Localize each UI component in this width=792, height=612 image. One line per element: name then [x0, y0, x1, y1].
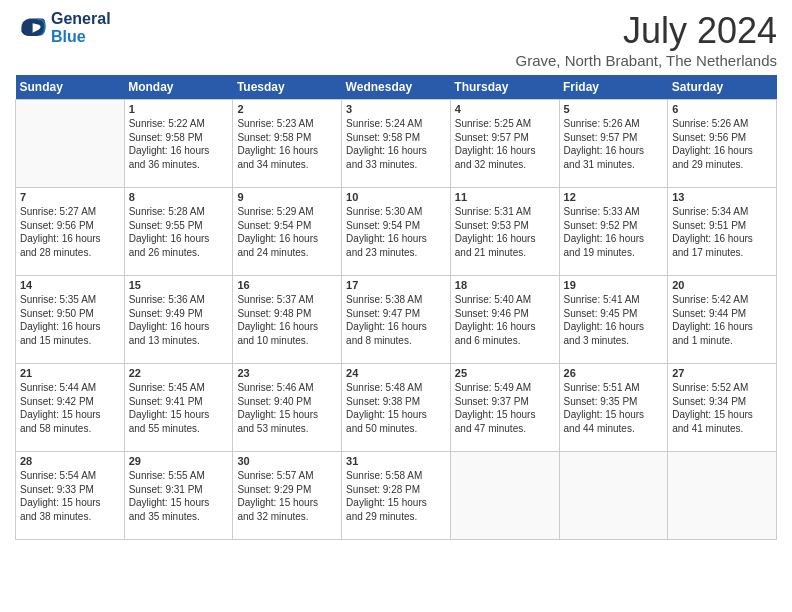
table-row — [559, 452, 668, 540]
day-number: 11 — [455, 191, 555, 203]
table-row — [668, 452, 777, 540]
table-row: 9Sunrise: 5:29 AM Sunset: 9:54 PM Daylig… — [233, 188, 342, 276]
day-number: 30 — [237, 455, 337, 467]
table-row: 28Sunrise: 5:54 AM Sunset: 9:33 PM Dayli… — [16, 452, 125, 540]
day-info: Sunrise: 5:54 AM Sunset: 9:33 PM Dayligh… — [20, 469, 120, 523]
day-info: Sunrise: 5:28 AM Sunset: 9:55 PM Dayligh… — [129, 205, 229, 259]
calendar-table: Sunday Monday Tuesday Wednesday Thursday… — [15, 75, 777, 540]
table-row: 4Sunrise: 5:25 AM Sunset: 9:57 PM Daylig… — [450, 100, 559, 188]
table-row: 23Sunrise: 5:46 AM Sunset: 9:40 PM Dayli… — [233, 364, 342, 452]
day-info: Sunrise: 5:26 AM Sunset: 9:56 PM Dayligh… — [672, 117, 772, 171]
calendar-header-row: Sunday Monday Tuesday Wednesday Thursday… — [16, 75, 777, 100]
day-info: Sunrise: 5:23 AM Sunset: 9:58 PM Dayligh… — [237, 117, 337, 171]
table-row: 27Sunrise: 5:52 AM Sunset: 9:34 PM Dayli… — [668, 364, 777, 452]
header-tuesday: Tuesday — [233, 75, 342, 100]
table-row: 29Sunrise: 5:55 AM Sunset: 9:31 PM Dayli… — [124, 452, 233, 540]
day-number: 6 — [672, 103, 772, 115]
table-row: 19Sunrise: 5:41 AM Sunset: 9:45 PM Dayli… — [559, 276, 668, 364]
day-number: 24 — [346, 367, 446, 379]
day-info: Sunrise: 5:46 AM Sunset: 9:40 PM Dayligh… — [237, 381, 337, 435]
table-row: 13Sunrise: 5:34 AM Sunset: 9:51 PM Dayli… — [668, 188, 777, 276]
day-info: Sunrise: 5:26 AM Sunset: 9:57 PM Dayligh… — [564, 117, 664, 171]
calendar-week-row: 28Sunrise: 5:54 AM Sunset: 9:33 PM Dayli… — [16, 452, 777, 540]
header-friday: Friday — [559, 75, 668, 100]
location-title: Grave, North Brabant, The Netherlands — [515, 52, 777, 69]
logo-line2: Blue — [51, 28, 111, 46]
day-info: Sunrise: 5:30 AM Sunset: 9:54 PM Dayligh… — [346, 205, 446, 259]
day-number: 2 — [237, 103, 337, 115]
day-info: Sunrise: 5:41 AM Sunset: 9:45 PM Dayligh… — [564, 293, 664, 347]
table-row: 1Sunrise: 5:22 AM Sunset: 9:58 PM Daylig… — [124, 100, 233, 188]
day-number: 8 — [129, 191, 229, 203]
day-info: Sunrise: 5:33 AM Sunset: 9:52 PM Dayligh… — [564, 205, 664, 259]
day-info: Sunrise: 5:24 AM Sunset: 9:58 PM Dayligh… — [346, 117, 446, 171]
day-number: 19 — [564, 279, 664, 291]
day-number: 10 — [346, 191, 446, 203]
day-info: Sunrise: 5:40 AM Sunset: 9:46 PM Dayligh… — [455, 293, 555, 347]
day-info: Sunrise: 5:29 AM Sunset: 9:54 PM Dayligh… — [237, 205, 337, 259]
day-number: 5 — [564, 103, 664, 115]
calendar-week-row: 21Sunrise: 5:44 AM Sunset: 9:42 PM Dayli… — [16, 364, 777, 452]
table-row: 10Sunrise: 5:30 AM Sunset: 9:54 PM Dayli… — [342, 188, 451, 276]
calendar-week-row: 7Sunrise: 5:27 AM Sunset: 9:56 PM Daylig… — [16, 188, 777, 276]
day-info: Sunrise: 5:25 AM Sunset: 9:57 PM Dayligh… — [455, 117, 555, 171]
day-number: 4 — [455, 103, 555, 115]
day-info: Sunrise: 5:42 AM Sunset: 9:44 PM Dayligh… — [672, 293, 772, 347]
day-number: 25 — [455, 367, 555, 379]
page-header: General Blue July 2024 Grave, North Brab… — [15, 10, 777, 69]
table-row — [450, 452, 559, 540]
table-row: 17Sunrise: 5:38 AM Sunset: 9:47 PM Dayli… — [342, 276, 451, 364]
day-number: 3 — [346, 103, 446, 115]
header-monday: Monday — [124, 75, 233, 100]
table-row: 7Sunrise: 5:27 AM Sunset: 9:56 PM Daylig… — [16, 188, 125, 276]
title-area: July 2024 Grave, North Brabant, The Neth… — [515, 10, 777, 69]
table-row: 2Sunrise: 5:23 AM Sunset: 9:58 PM Daylig… — [233, 100, 342, 188]
day-info: Sunrise: 5:58 AM Sunset: 9:28 PM Dayligh… — [346, 469, 446, 523]
table-row: 11Sunrise: 5:31 AM Sunset: 9:53 PM Dayli… — [450, 188, 559, 276]
logo-text: General Blue — [51, 10, 111, 45]
logo-icon — [15, 12, 47, 44]
day-number: 18 — [455, 279, 555, 291]
table-row: 15Sunrise: 5:36 AM Sunset: 9:49 PM Dayli… — [124, 276, 233, 364]
table-row: 3Sunrise: 5:24 AM Sunset: 9:58 PM Daylig… — [342, 100, 451, 188]
header-saturday: Saturday — [668, 75, 777, 100]
day-number: 9 — [237, 191, 337, 203]
table-row: 22Sunrise: 5:45 AM Sunset: 9:41 PM Dayli… — [124, 364, 233, 452]
table-row: 24Sunrise: 5:48 AM Sunset: 9:38 PM Dayli… — [342, 364, 451, 452]
day-info: Sunrise: 5:48 AM Sunset: 9:38 PM Dayligh… — [346, 381, 446, 435]
table-row: 6Sunrise: 5:26 AM Sunset: 9:56 PM Daylig… — [668, 100, 777, 188]
day-info: Sunrise: 5:36 AM Sunset: 9:49 PM Dayligh… — [129, 293, 229, 347]
day-info: Sunrise: 5:27 AM Sunset: 9:56 PM Dayligh… — [20, 205, 120, 259]
day-info: Sunrise: 5:45 AM Sunset: 9:41 PM Dayligh… — [129, 381, 229, 435]
day-number: 31 — [346, 455, 446, 467]
day-number: 22 — [129, 367, 229, 379]
day-info: Sunrise: 5:34 AM Sunset: 9:51 PM Dayligh… — [672, 205, 772, 259]
day-number: 12 — [564, 191, 664, 203]
month-title: July 2024 — [515, 10, 777, 52]
table-row — [16, 100, 125, 188]
calendar-week-row: 1Sunrise: 5:22 AM Sunset: 9:58 PM Daylig… — [16, 100, 777, 188]
day-info: Sunrise: 5:35 AM Sunset: 9:50 PM Dayligh… — [20, 293, 120, 347]
day-number: 29 — [129, 455, 229, 467]
header-thursday: Thursday — [450, 75, 559, 100]
table-row: 30Sunrise: 5:57 AM Sunset: 9:29 PM Dayli… — [233, 452, 342, 540]
table-row: 12Sunrise: 5:33 AM Sunset: 9:52 PM Dayli… — [559, 188, 668, 276]
day-info: Sunrise: 5:31 AM Sunset: 9:53 PM Dayligh… — [455, 205, 555, 259]
day-number: 21 — [20, 367, 120, 379]
logo: General Blue — [15, 10, 111, 45]
table-row: 16Sunrise: 5:37 AM Sunset: 9:48 PM Dayli… — [233, 276, 342, 364]
calendar-week-row: 14Sunrise: 5:35 AM Sunset: 9:50 PM Dayli… — [16, 276, 777, 364]
day-info: Sunrise: 5:38 AM Sunset: 9:47 PM Dayligh… — [346, 293, 446, 347]
day-number: 15 — [129, 279, 229, 291]
table-row: 26Sunrise: 5:51 AM Sunset: 9:35 PM Dayli… — [559, 364, 668, 452]
day-number: 26 — [564, 367, 664, 379]
day-number: 20 — [672, 279, 772, 291]
table-row: 25Sunrise: 5:49 AM Sunset: 9:37 PM Dayli… — [450, 364, 559, 452]
table-row: 20Sunrise: 5:42 AM Sunset: 9:44 PM Dayli… — [668, 276, 777, 364]
day-number: 27 — [672, 367, 772, 379]
logo-line1: General — [51, 10, 111, 28]
day-number: 28 — [20, 455, 120, 467]
table-row: 8Sunrise: 5:28 AM Sunset: 9:55 PM Daylig… — [124, 188, 233, 276]
day-info: Sunrise: 5:57 AM Sunset: 9:29 PM Dayligh… — [237, 469, 337, 523]
day-number: 23 — [237, 367, 337, 379]
